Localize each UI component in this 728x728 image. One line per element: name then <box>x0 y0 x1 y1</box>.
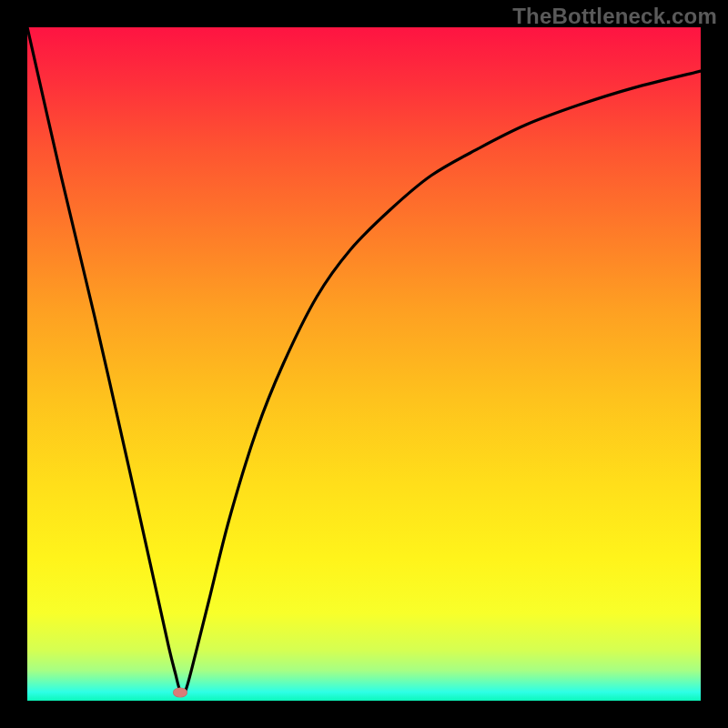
attribution-text: TheBottleneck.com <box>512 4 717 29</box>
bottleneck-curve <box>27 27 701 701</box>
chart-frame: TheBottleneck.com <box>0 0 728 728</box>
optimum-marker <box>173 688 187 698</box>
plot-area <box>27 27 701 701</box>
